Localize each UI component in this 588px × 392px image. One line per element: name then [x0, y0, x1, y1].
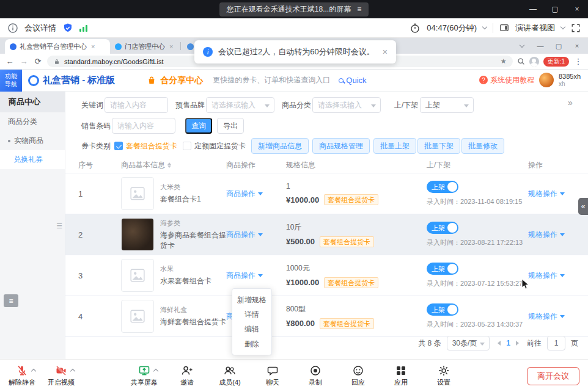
fullscreen-icon[interactable]: [571, 23, 581, 33]
menu-item-detail[interactable]: 详情: [232, 307, 271, 322]
share-options-icon[interactable]: [153, 369, 158, 374]
shelf-select[interactable]: 上架: [420, 97, 474, 113]
minimize-icon[interactable]: —: [522, 0, 544, 18]
tutorial-link[interactable]: ? 系统使用教程: [479, 75, 534, 85]
browser-profile-avatar[interactable]: [529, 57, 539, 67]
chevron-down-icon: [258, 233, 263, 239]
barcode-input[interactable]: [112, 118, 175, 134]
settings-button[interactable]: 设置: [430, 365, 457, 387]
keyword-input[interactable]: [105, 97, 168, 113]
timer-dropdown-icon[interactable]: [482, 24, 487, 29]
spec-op-link[interactable]: 规格操作: [528, 189, 588, 199]
menu-item-edit[interactable]: 编辑: [232, 322, 271, 336]
mic-options-icon[interactable]: [31, 369, 36, 374]
goto-page-input[interactable]: [547, 336, 565, 350]
category-select[interactable]: 请选择或输入: [312, 97, 381, 113]
sidebar-collapse-icon[interactable]: ☰: [56, 222, 62, 230]
tab-search-icon[interactable]: [513, 38, 531, 53]
video-options-icon[interactable]: [70, 369, 75, 374]
browser-tab-active[interactable]: 礼盒营销平台管理中心 ×: [5, 39, 110, 54]
brand-select[interactable]: 请选择或输入: [206, 97, 274, 113]
col-spec: 规格信息: [286, 160, 427, 170]
spec-manage-button[interactable]: 商品规格管理: [312, 138, 370, 154]
browser-minimize-icon[interactable]: —: [532, 38, 549, 53]
mic-muted-icon: [16, 365, 28, 377]
sidebar-section-product-center[interactable]: 商品中心: [0, 92, 65, 112]
browser-tab[interactable]: 门店管理中心 ×: [110, 39, 179, 54]
camera-off-icon: [55, 365, 67, 377]
spec-op-link[interactable]: 规格操作: [528, 311, 588, 322]
meeting-details-button[interactable]: 会议详情: [24, 23, 56, 34]
leave-meeting-button[interactable]: 离开会议: [527, 367, 579, 385]
start-video-button[interactable]: 开启视频: [48, 365, 75, 387]
batch-edit-button[interactable]: 批量修改: [461, 138, 504, 154]
table-row: 2 海参类海参商品套餐组合提货卡 商品操作 10斤 ¥500.00套餐组合提货卡…: [65, 214, 588, 255]
quick-search-link[interactable]: Quick: [339, 76, 366, 85]
search-button[interactable]: 查询: [185, 118, 212, 134]
spec-op-link[interactable]: 规格操作: [528, 270, 588, 281]
update-badge[interactable]: 更新:1: [543, 57, 569, 67]
lock-icon: [53, 58, 61, 65]
back-icon[interactable]: ←: [5, 57, 15, 66]
bookmark-star-icon[interactable]: ★: [501, 57, 507, 65]
sort-icon[interactable]: [167, 161, 171, 170]
shelf-toggle[interactable]: 上架: [427, 222, 458, 234]
close-icon[interactable]: ×: [566, 0, 588, 18]
reaction-button[interactable]: 回应: [345, 365, 372, 387]
shelf-toggle[interactable]: 上架: [427, 263, 458, 275]
unmute-button[interactable]: 解除静音: [9, 365, 35, 387]
user-avatar[interactable]: [539, 73, 554, 87]
share-center-link[interactable]: 合分享中心: [160, 75, 203, 86]
tab-label: 门店管理中心: [125, 42, 165, 51]
floating-list-button[interactable]: ≡: [4, 294, 18, 307]
panel-expand-handle[interactable]: «: [578, 198, 588, 215]
batch-onshelf-button[interactable]: 批量上架: [373, 138, 416, 154]
share-screen-button[interactable]: 共享屏幕: [131, 365, 158, 387]
browser-maximize-icon[interactable]: ▢: [550, 38, 567, 53]
refresh-icon[interactable]: ⟳: [33, 57, 43, 66]
sidebar-item-product-category[interactable]: 商品分类: [0, 112, 65, 131]
shelf-toggle[interactable]: 上架: [427, 181, 458, 193]
page-number[interactable]: 1: [506, 339, 510, 347]
next-page-icon[interactable]: [516, 341, 521, 346]
fixed-card-checkbox[interactable]: [183, 142, 191, 150]
forward-icon[interactable]: →: [19, 57, 29, 66]
fixed-card-checkbox-label[interactable]: 定额固定提货卡: [194, 141, 246, 151]
function-nav-toggle[interactable]: 功能 导航: [0, 70, 22, 92]
menu-item-add-spec[interactable]: 新增规格: [232, 292, 271, 307]
view-mode-dropdown-icon[interactable]: [560, 24, 565, 29]
product-op-link[interactable]: 商品操作: [226, 230, 286, 240]
banner-menu-icon[interactable]: ≡: [357, 5, 361, 13]
browser-menu-icon[interactable]: ⋮: [573, 57, 583, 66]
maximize-icon[interactable]: ▢: [544, 0, 566, 18]
menu-item-delete[interactable]: 删除: [232, 336, 271, 351]
network-signal-icon[interactable]: [79, 24, 87, 32]
apps-button[interactable]: 应用: [388, 365, 414, 387]
user-menu[interactable]: 8385xh xh: [559, 73, 581, 87]
security-shield-icon[interactable]: [62, 23, 73, 34]
page-size-select[interactable]: 30条/页: [447, 336, 490, 350]
members-button[interactable]: 成员(4): [216, 365, 243, 387]
invite-button[interactable]: 邀请: [174, 365, 200, 387]
shelf-toggle[interactable]: 上架: [427, 303, 458, 316]
add-product-button[interactable]: 新增商品信息: [251, 138, 309, 154]
tab-close-icon[interactable]: ×: [168, 43, 174, 50]
sidebar-item-physical-goods[interactable]: 实物商品: [0, 131, 65, 150]
chat-button[interactable]: 聊天: [259, 365, 286, 387]
tab-close-icon[interactable]: ×: [90, 43, 96, 50]
prev-page-icon[interactable]: [495, 341, 501, 346]
export-button[interactable]: 导出: [217, 118, 244, 134]
notice-close-icon[interactable]: ×: [383, 47, 388, 57]
batch-offshelf-button[interactable]: 批量下架: [417, 138, 460, 154]
browser-close-icon[interactable]: ×: [568, 38, 586, 53]
product-op-link[interactable]: 商品操作: [226, 189, 286, 199]
view-mode-button[interactable]: 演讲者视图: [515, 23, 555, 34]
combo-card-checkbox-label[interactable]: 套餐组合提货卡: [126, 141, 177, 151]
sidebar-item-gift-coupon[interactable]: 兑换礼券: [0, 150, 65, 169]
product-op-link[interactable]: 商品操作: [226, 270, 286, 281]
record-button[interactable]: 录制: [302, 365, 329, 387]
spec-op-link[interactable]: 规格操作: [528, 230, 588, 240]
filter-collapse-icon[interactable]: »: [568, 98, 573, 107]
zoom-icon[interactable]: [517, 57, 525, 65]
combo-card-checkbox[interactable]: [114, 142, 123, 150]
